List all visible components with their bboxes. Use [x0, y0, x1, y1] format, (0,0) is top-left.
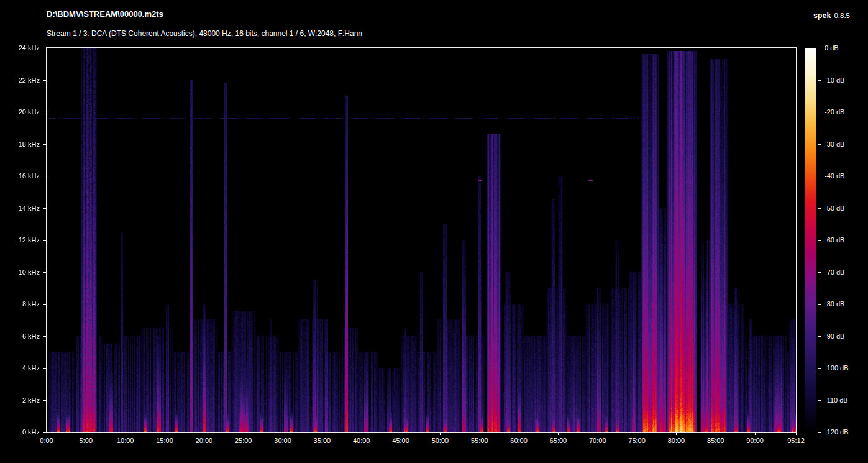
y-axis-label: 16 kHz	[0, 172, 40, 180]
y-axis-tick	[43, 48, 46, 48]
y-axis-label: 12 kHz	[0, 236, 40, 244]
y-axis-tick	[43, 80, 46, 81]
x-axis-label: 70:00	[583, 437, 612, 444]
colorbar-label: -10 dB	[825, 76, 844, 84]
colorbar-tick	[818, 48, 821, 48]
y-axis-label: 6 kHz	[0, 332, 40, 340]
x-axis-label: 75:00	[623, 437, 651, 444]
colorbar-label: -120 dB	[825, 428, 849, 436]
colorbar-label: -50 dB	[825, 204, 844, 212]
x-axis-label: 25:00	[229, 437, 258, 444]
spectrogram-plot	[46, 47, 797, 433]
x-axis-label: 80:00	[662, 437, 690, 444]
app-brand: spek0.8.5	[813, 11, 850, 20]
y-axis-label: 2 kHz	[0, 397, 40, 404]
x-axis-label: 40:00	[347, 437, 376, 444]
colorbar-tick	[818, 80, 821, 81]
x-axis-tick	[558, 433, 559, 435]
x-axis-tick	[637, 433, 637, 435]
colorbar-tick	[818, 240, 821, 241]
x-axis-tick	[86, 433, 86, 435]
x-axis-tick	[676, 433, 677, 435]
y-axis-label: 10 kHz	[0, 268, 40, 276]
app-version: 0.8.5	[834, 12, 850, 19]
x-axis-label: 85:00	[701, 437, 730, 444]
y-axis-label: 22 kHz	[0, 76, 40, 84]
colorbar-label: -90 dB	[825, 332, 844, 340]
colorbar-label: -70 dB	[825, 268, 844, 276]
x-axis-tick	[47, 433, 47, 435]
x-axis-tick	[126, 433, 126, 435]
y-axis-label: 18 kHz	[0, 140, 40, 148]
x-axis-tick	[598, 433, 598, 435]
colorbar-tick	[818, 112, 821, 112]
x-axis-tick	[401, 433, 401, 435]
file-path-title: D:\BDMV\STREAM\00000.m2ts	[47, 9, 163, 19]
colorbar-label: -30 dB	[825, 140, 844, 148]
colorbar-tick	[818, 336, 821, 337]
colorbar-tick	[818, 272, 821, 273]
x-axis-tick	[519, 433, 519, 435]
y-axis-tick	[43, 304, 46, 305]
x-axis-tick	[362, 433, 362, 435]
colorbar-label: -80 dB	[825, 300, 844, 308]
y-axis-tick	[43, 432, 46, 433]
x-axis-label: 45:00	[386, 437, 415, 444]
y-axis-label: 0 kHz	[0, 428, 40, 436]
x-axis-label: 50:00	[426, 437, 454, 444]
colorbar-label: -20 dB	[825, 108, 844, 116]
x-axis-label: 55:00	[465, 437, 494, 444]
colorbar-tick	[818, 400, 821, 401]
y-axis-tick	[43, 144, 46, 145]
x-axis-tick	[283, 433, 283, 435]
y-axis-label: 4 kHz	[0, 364, 40, 372]
y-axis-tick	[43, 208, 46, 209]
x-axis-label: 30:00	[268, 437, 297, 444]
colorbar-tick	[818, 432, 821, 433]
stream-info-line: Stream 1 / 3: DCA (DTS Coherent Acoustic…	[47, 29, 362, 38]
colorbar-label: -110 dB	[825, 397, 848, 404]
db-colorbar	[805, 48, 816, 432]
x-axis-label: 20:00	[190, 437, 218, 444]
x-axis-label: 60:00	[505, 437, 533, 444]
colorbar-tick	[818, 368, 821, 369]
y-axis-tick	[43, 368, 46, 369]
x-axis-label: 0:00	[32, 437, 61, 444]
app-name: spek	[813, 11, 831, 20]
x-axis-tick	[796, 433, 797, 435]
spectrogram-canvas	[47, 48, 796, 432]
colorbar-label: -100 dB	[825, 364, 849, 372]
colorbar-tick	[818, 304, 821, 305]
colorbar-label: -40 dB	[825, 172, 844, 180]
y-axis-tick	[43, 272, 46, 273]
x-axis-label: 35:00	[308, 437, 336, 444]
x-axis-tick	[480, 433, 480, 435]
y-axis-label: 20 kHz	[0, 108, 40, 116]
x-axis-tick	[716, 433, 716, 435]
x-axis-tick	[204, 433, 204, 435]
x-axis-label: 15:00	[150, 437, 179, 444]
x-axis-label: 65:00	[544, 437, 572, 444]
colorbar-label: 0 dB	[825, 44, 839, 52]
y-axis-tick	[43, 176, 46, 176]
y-axis-tick	[43, 336, 46, 337]
y-axis-tick	[43, 400, 46, 401]
y-axis-label: 24 kHz	[0, 44, 40, 52]
y-axis-tick	[43, 112, 46, 112]
y-axis-label: 8 kHz	[0, 300, 40, 308]
y-axis-label: 14 kHz	[0, 204, 40, 212]
x-axis-label: 95:12	[782, 437, 810, 444]
colorbar-tick	[818, 208, 821, 209]
x-axis-tick	[322, 433, 322, 435]
colorbar-tick	[818, 144, 821, 145]
x-axis-tick	[440, 433, 441, 435]
colorbar-label: -60 dB	[825, 236, 844, 244]
x-axis-tick	[755, 433, 756, 435]
x-axis-tick	[244, 433, 244, 435]
y-axis-tick	[43, 240, 46, 241]
x-axis-label: 5:00	[71, 437, 100, 444]
x-axis-tick	[165, 433, 165, 435]
x-axis-label: 10:00	[111, 437, 140, 444]
colorbar-tick	[818, 176, 821, 176]
spek-window: { "header": { "file_path": "D:\\BDMV\\ST…	[0, 0, 868, 463]
